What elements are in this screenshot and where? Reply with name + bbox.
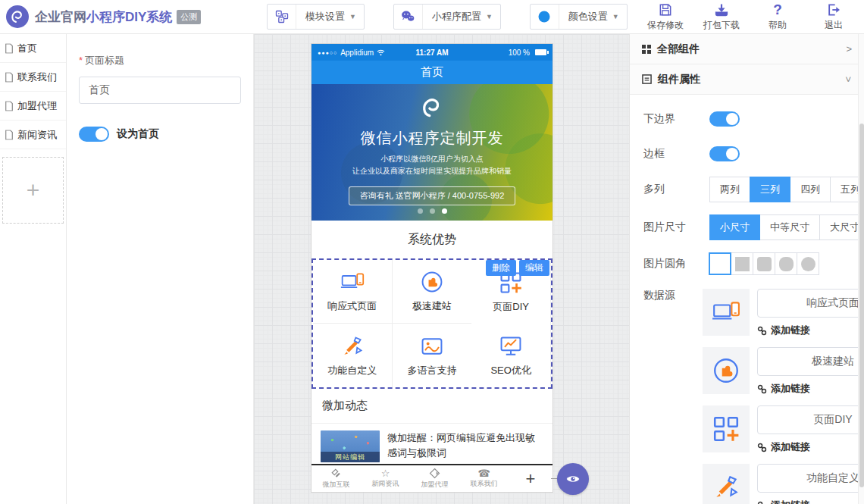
page-icon [5,101,14,111]
image-size-medium[interactable]: 中等尺寸 [759,214,820,240]
image-radius-picker [709,252,819,275]
tab-brand[interactable]: 微加互联 [311,468,361,490]
columns-option-4[interactable]: 四列 [790,177,831,202]
logo-icon [6,5,29,28]
banner-subtitle-1: 小程序以微信8亿用户为切入点 [311,154,553,164]
color-circle-icon [531,5,559,29]
phone-page-title: 首页 [421,65,443,80]
scrollbar-thumb[interactable] [859,124,864,487]
download-icon [714,2,729,17]
page-settings-panel: *页面标题 设为首页 [67,34,254,504]
miniprogram-config-dropdown[interactable]: 小程序配置 ▼ [393,4,501,30]
plus-icon: + [526,469,536,488]
image-size-small-selected[interactable]: 小尺寸 [709,214,760,240]
set-home-toggle[interactable] [79,127,109,142]
add-link-button[interactable]: 添加链接 [757,382,864,396]
add-page-button[interactable]: + [2,157,64,224]
sidebar-item-news[interactable]: 新闻资讯 [0,121,66,149]
top-menus: 模块设置 ▼ 小程序配置 ▼ [267,4,628,30]
eye-icon [565,471,581,487]
phone-tab-bar: 微加互联 ☆ 新闻资讯 加盟代理 ☎ [311,464,553,492]
component-props-header[interactable]: 组件属性 > [630,64,864,95]
page-icon [5,72,14,83]
tags-icon [429,468,440,479]
beta-badge: 公测 [177,10,201,24]
news-item-text: 微加提醒：网页编辑应避免出现敏感词与极限词 [387,430,543,462]
star-icon: ☆ [381,468,390,478]
datasource-title-input[interactable] [757,289,864,318]
download-button[interactable]: 打包下载 [702,2,741,32]
battery-icon [535,49,546,55]
help-button[interactable]: ? 帮助 [758,2,797,32]
color-settings-dropdown[interactable]: 颜色设置 ▼ [530,4,628,30]
page-icon [5,130,14,140]
selection-actions: 删除 编辑 [486,260,549,276]
datasource-row: 添加链接 [703,464,864,504]
dot[interactable] [430,208,435,214]
add-link-button[interactable]: 添加链接 [757,499,864,504]
news-list-item[interactable]: 网站编辑 微加提醒：网页编辑应避免出现敏感词与极限词 [311,424,553,462]
advantage-item[interactable]: SEO优化 [471,324,551,387]
tab-agents[interactable]: 加盟代理 [410,468,459,490]
all-components-header[interactable]: 全部组件 > [630,34,864,64]
tab-contact[interactable]: ☎ 联系我们 [459,468,509,489]
radius-option-circle[interactable] [797,252,819,275]
advantage-item[interactable]: 功能自定义 [313,324,393,387]
border-toggle[interactable] [709,146,740,161]
radius-option-square[interactable] [731,252,753,275]
advantages-component-selected[interactable]: 删除 编辑 响应式页面 极速建站 页面DIY [311,258,553,389]
preview-button[interactable] [557,463,589,495]
columns-option-3-selected[interactable]: 三列 [750,177,790,202]
radius-option-rounded[interactable] [753,252,775,275]
module-settings-dropdown[interactable]: 模块设置 ▼ [267,4,365,30]
brand: 企业官网小程序DIY系统 公测 [0,5,267,28]
all-components-icon [642,45,651,54]
dot[interactable] [418,208,423,214]
sidebar-item-home[interactable]: 首页 [0,34,66,63]
signal-icon: ●●●○○ [318,50,337,55]
puzzle-icon [420,270,444,294]
exit-icon [826,2,841,17]
bottom-border-toggle[interactable] [709,111,740,127]
bottom-border-label: 下边界 [643,112,709,126]
advantage-item[interactable]: 多语言支持 [393,324,472,387]
datasource-label: 数据源 [643,289,709,302]
tab-news[interactable]: ☆ 新闻资讯 [361,468,410,489]
page-title-input[interactable] [79,77,241,104]
plus-icon: + [27,177,40,203]
edit-component-button[interactable]: 编辑 [519,260,549,276]
add-link-button[interactable]: 添加链接 [757,324,864,337]
banner-slide[interactable]: 微信小程序定制开发 小程序以微信8亿用户为切入点 让企业以及商家在短时间里实现提… [311,84,553,221]
datasource-title-input[interactable] [757,405,864,434]
radius-option-square-selected[interactable] [709,252,731,275]
sidebar-item-contact[interactable]: 联系我们 [0,63,66,92]
datasource-list: 添加链接 添加链接 [703,289,864,504]
advantage-item[interactable]: 极速建站 [393,260,472,324]
save-button[interactable]: 保存修改 [646,2,685,32]
puzzle-icon [703,347,750,394]
sidebar-item-agents[interactable]: 加盟代理 [0,92,66,121]
top-actions: 保存修改 打包下载 ? 帮助 退出 [646,2,864,32]
datasource-title-input[interactable] [757,464,864,493]
exit-button[interactable]: 退出 [814,2,853,32]
phone-preview: ●●●○○ Applidium 11:27 AM 100 % 首页 [311,43,553,493]
add-tab-button[interactable]: + [509,469,553,489]
datasource-title-input[interactable] [757,347,864,376]
set-home-label: 设为首页 [117,127,159,141]
carousel-dots [311,208,553,214]
page-title-label: *页面标题 [79,54,241,67]
radius-option-rounder[interactable] [775,252,797,275]
delete-component-button[interactable]: 删除 [486,260,516,276]
seo-monitor-icon [499,334,523,358]
image-size-label: 图片尺寸 [643,221,709,234]
add-link-button[interactable]: 添加链接 [757,440,864,454]
pencil-icon [703,464,750,504]
advantage-item[interactable]: 响应式页面 [313,260,393,324]
panel-scrollbar[interactable] [858,34,864,504]
chevron-down-icon: ▼ [349,13,364,20]
banner-cta-pill[interactable]: 咨询有礼 送官网小程序 / 400-0755-992 [349,186,516,205]
required-mark: * [79,55,83,66]
dot-active[interactable] [442,208,447,214]
banner-title: 微信小程序定制开发 [311,128,553,149]
columns-option-2[interactable]: 两列 [709,177,750,202]
